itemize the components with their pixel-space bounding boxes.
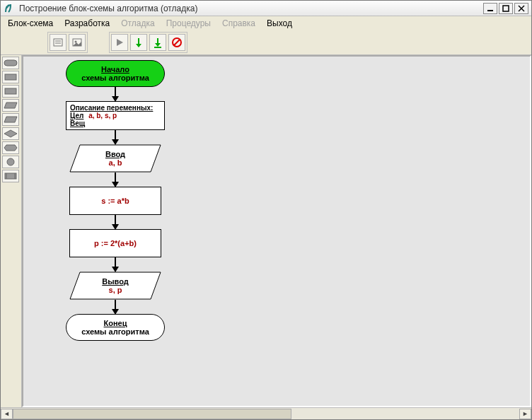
menu-scheme[interactable]: Блок-схема (8, 18, 53, 28)
process-node-1[interactable]: s := a*b (69, 187, 161, 215)
input-vars: a, b (109, 158, 122, 167)
arrow-icon (115, 87, 116, 101)
shape-palette (1, 55, 22, 407)
input-node[interactable]: Ввод a, b (69, 144, 161, 173)
palette-process2-icon[interactable] (2, 85, 19, 98)
input-label: Ввод (105, 150, 125, 158)
scroll-right-icon[interactable]: ► (519, 409, 531, 419)
play-icon[interactable] (111, 34, 128, 51)
edit-scheme-icon[interactable] (50, 34, 66, 51)
horizontal-scrollbar[interactable]: ◄ ► (1, 407, 531, 419)
menu-debug: Отладка (121, 18, 154, 28)
palette-decision-icon[interactable] (2, 127, 19, 140)
decl-int-label: Цел (70, 112, 83, 119)
svg-rect-17 (4, 60, 17, 66)
decl-int-vars: a, b, s, p (88, 112, 117, 119)
maximize-button[interactable] (499, 3, 513, 14)
start-node[interactable]: Начало схемы алгоритма (66, 60, 165, 87)
decl-node[interactable]: Описание переменных: Цел a, b, s, p Вещ (66, 101, 165, 130)
process-node-2[interactable]: p := 2*(a+b) (69, 229, 161, 257)
output-label: Вывод (102, 277, 129, 286)
palette-process-icon[interactable] (2, 71, 19, 83)
end-line2: схемы алгоритма (69, 327, 161, 336)
toolbar-group-edit (47, 32, 88, 53)
svg-marker-22 (4, 130, 17, 137)
menu-exit[interactable]: Выход (267, 18, 292, 28)
palette-loop-icon[interactable] (2, 141, 19, 154)
stop-icon[interactable] (168, 34, 185, 51)
scroll-thumb[interactable] (13, 409, 291, 419)
svg-marker-21 (4, 117, 17, 122)
menubar: Блок-схема Разработка Отладка Процедуры … (1, 16, 531, 30)
arrow-icon (115, 257, 116, 272)
svg-marker-20 (4, 103, 17, 108)
menu-help: Справка (222, 18, 255, 28)
palette-io2-icon[interactable] (2, 113, 19, 126)
toolbar-group-run (109, 32, 187, 53)
palette-terminator-icon[interactable] (2, 57, 19, 69)
step-to-end-icon[interactable] (149, 34, 166, 51)
arrow-icon (115, 130, 116, 144)
image-icon[interactable] (69, 34, 86, 51)
step-down-icon[interactable] (130, 34, 147, 51)
svg-marker-11 (136, 44, 141, 47)
close-button[interactable] (514, 3, 528, 14)
window-title: Построение блок-схемы алгоритма (отладка… (19, 4, 483, 13)
svg-point-8 (75, 41, 77, 43)
svg-rect-1 (503, 6, 509, 11)
minimize-button[interactable] (483, 3, 497, 14)
menu-develop[interactable]: Разработка (64, 18, 110, 28)
palette-io-icon[interactable] (2, 99, 19, 112)
scroll-track[interactable] (13, 409, 519, 419)
decl-real-label: Вещ (70, 119, 85, 127)
svg-rect-4 (54, 39, 62, 46)
flowchart: Начало схемы алгоритма Описание переменн… (45, 60, 186, 341)
svg-marker-9 (117, 39, 123, 46)
start-line1: Начало (69, 65, 161, 74)
scroll-left-icon[interactable]: ◄ (1, 409, 13, 419)
arrow-icon (115, 173, 116, 187)
titlebar: Построение блок-схемы алгоритма (отладка… (1, 1, 531, 16)
work-area: Начало схемы алгоритма Описание переменн… (1, 54, 531, 407)
svg-marker-23 (4, 145, 17, 151)
process2-text: p := 2*(a+b) (94, 239, 137, 247)
svg-point-24 (7, 158, 14, 165)
svg-rect-19 (5, 88, 16, 94)
menu-procedures: Процедуры (166, 18, 211, 28)
arrow-icon (115, 215, 116, 229)
app-icon (4, 3, 15, 14)
svg-line-16 (174, 40, 180, 45)
svg-rect-18 (5, 74, 16, 80)
output-vars: s, p (109, 286, 122, 294)
svg-marker-13 (155, 43, 161, 47)
decl-header: Описание переменных: (70, 104, 161, 112)
process1-text: s := a*b (101, 197, 129, 205)
output-node[interactable]: Вывод s, p (69, 272, 161, 300)
toolbar (1, 30, 531, 54)
palette-subroutine-icon[interactable] (2, 170, 19, 182)
end-node[interactable]: Конец схемы алгоритма (66, 314, 165, 341)
app-window: Построение блок-схемы алгоритма (отладка… (0, 0, 532, 420)
end-line1: Конец (69, 319, 161, 327)
start-line2: схемы алгоритма (69, 74, 161, 82)
arrow-icon (115, 300, 116, 314)
canvas[interactable]: Начало схемы алгоритма Описание переменн… (22, 55, 531, 407)
palette-connector-icon[interactable] (2, 156, 19, 168)
